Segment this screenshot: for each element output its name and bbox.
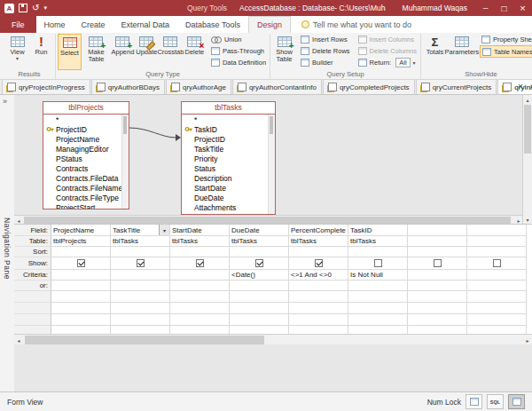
- delete-rows-button[interactable]: Delete Rows: [299, 45, 352, 57]
- grid-field-cell-0[interactable]: ProjectName: [51, 225, 111, 236]
- grid-empty-cell[interactable]: [289, 314, 348, 326]
- sql-view-button[interactable]: [487, 394, 504, 409]
- access-logo-icon[interactable]: [4, 4, 14, 13]
- grid-criteria-cell-4[interactable]: <>1 And <>0: [289, 270, 348, 281]
- document-tab-qryAuthorAge[interactable]: qryAuthorAge: [166, 80, 231, 94]
- union-button[interactable]: Union: [209, 34, 268, 45]
- field-item-Status[interactable]: Status: [182, 163, 269, 173]
- grid-or-cell-6[interactable]: [408, 281, 467, 291]
- field-item-StartDate[interactable]: StartDate: [182, 183, 269, 193]
- close-object-button[interactable]: [515, 82, 526, 91]
- tab-external-data[interactable]: External Data: [113, 16, 178, 33]
- scrollbar-thumb[interactable]: [25, 336, 264, 344]
- grid-show-cell-0[interactable]: [51, 257, 111, 270]
- field-item-star[interactable]: *: [182, 115, 269, 124]
- grid-or-cell-5[interactable]: [348, 281, 408, 291]
- grid-criteria-cell-2[interactable]: [170, 270, 230, 281]
- grid-sort-cell-3[interactable]: [230, 247, 289, 257]
- grid-empty-cell[interactable]: [348, 303, 408, 314]
- qat-dropdown-icon[interactable]: [43, 4, 47, 12]
- grid-field-cell-1[interactable]: TaskTitle: [111, 225, 170, 236]
- grid-table-cell-0[interactable]: tblProjects: [51, 236, 111, 247]
- grid-empty-cell[interactable]: [111, 314, 170, 326]
- grid-or-cell-4[interactable]: [289, 281, 348, 291]
- grid-or-cell-7[interactable]: [467, 281, 527, 291]
- grid-show-cell-6[interactable]: [408, 257, 467, 270]
- append-button[interactable]: Append: [111, 34, 135, 70]
- grid-table-cell-7[interactable]: [467, 236, 527, 247]
- grid-show-cell-2[interactable]: [170, 257, 230, 270]
- document-tab-qryAuthorContantInfo[interactable]: qryAuthorContantInfo: [232, 80, 322, 94]
- grid-sort-cell-6[interactable]: [408, 247, 467, 257]
- grid-table-cell-4[interactable]: tblTasks: [289, 236, 348, 247]
- grid-field-cell-3[interactable]: DueDate: [230, 225, 289, 236]
- crosstab-button[interactable]: Crosstab: [159, 34, 183, 70]
- field-item-Contracts[interactable]: Contracts: [43, 163, 122, 173]
- grid-field-cell-2[interactable]: StartDate: [170, 225, 230, 236]
- table-names-button[interactable]: Table Names: [480, 45, 532, 58]
- signed-in-user[interactable]: Muhammad Waqas: [403, 4, 467, 12]
- grid-or-cell-2[interactable]: [170, 281, 230, 291]
- table-box-tblTasks[interactable]: tblTasks *TaskIDProjectIDTaskTitlePriori…: [181, 101, 276, 215]
- grid-field-cell-4[interactable]: PercentComplete: [289, 225, 348, 236]
- insert-rows-button[interactable]: Insert Rows: [299, 34, 352, 45]
- table-box-title[interactable]: tblTasks: [182, 102, 275, 115]
- field-item-Contracts.FileName[interactable]: Contracts.FileName: [43, 183, 122, 193]
- grid-empty-cell[interactable]: [408, 314, 467, 326]
- grid-empty-cell[interactable]: [408, 303, 467, 314]
- grid-empty-cell[interactable]: [348, 314, 408, 326]
- grid-criteria-cell-3[interactable]: <Date(): [230, 270, 289, 281]
- grid-empty-cell[interactable]: [348, 291, 408, 303]
- view-button[interactable]: View: [5, 34, 29, 70]
- grid-table-cell-3[interactable]: tblTasks: [230, 236, 289, 247]
- grid-table-cell-5[interactable]: tblTasks: [348, 236, 408, 247]
- return-dropdown[interactable]: Return: All: [356, 57, 419, 68]
- field-item-ProjectID[interactable]: ProjectID: [182, 134, 269, 144]
- field-item-ProjectID[interactable]: ProjectID: [43, 124, 122, 134]
- grid-empty-cell[interactable]: [111, 303, 170, 314]
- scroll-right-icon[interactable]: [523, 336, 532, 344]
- undo-icon[interactable]: [32, 4, 39, 12]
- grid-or-cell-3[interactable]: [230, 281, 289, 291]
- show-checkbox-2[interactable]: [196, 259, 204, 267]
- show-table-button[interactable]: Show Table: [272, 34, 296, 70]
- parameters-button[interactable]: Parameters: [447, 34, 477, 70]
- return-value[interactable]: All: [395, 58, 410, 67]
- datasheet-view-button[interactable]: [466, 394, 482, 409]
- tab-database-tools[interactable]: Database Tools: [177, 16, 248, 33]
- grid-show-cell-4[interactable]: [289, 257, 348, 270]
- grid-empty-cell[interactable]: [51, 291, 111, 303]
- expand-nav-pane-icon[interactable]: [3, 97, 7, 106]
- document-tab-qryCompletedProjects[interactable]: qryCompletedProjects: [323, 80, 415, 94]
- grid-sort-cell-0[interactable]: [51, 247, 111, 257]
- table-box-tblProjects[interactable]: tblProjects *ProjectIDProjectNameManagin…: [43, 101, 129, 209]
- scroll-up-icon[interactable]: [523, 95, 532, 104]
- minimize-button[interactable]: [476, 0, 495, 16]
- grid-empty-cell[interactable]: [289, 291, 348, 303]
- totals-button[interactable]: Totals: [423, 34, 447, 70]
- tell-me-box[interactable]: Tell me what you want to do: [301, 16, 411, 33]
- field-item-TaskTitle[interactable]: TaskTitle: [182, 144, 269, 154]
- grid-or-cell-1[interactable]: [111, 281, 170, 291]
- grid-show-cell-3[interactable]: [230, 257, 289, 270]
- show-checkbox-0[interactable]: [77, 259, 85, 267]
- grid-empty-cell[interactable]: [170, 314, 230, 326]
- grid-show-cell-5[interactable]: [348, 257, 408, 270]
- field-item-Contracts.FileType[interactable]: Contracts.FileType: [43, 193, 122, 202]
- grid-table-cell-1[interactable]: tblTasks: [111, 236, 170, 247]
- grid-empty-cell[interactable]: [467, 314, 527, 326]
- field-item-Priority[interactable]: Priority: [182, 154, 269, 163]
- scrollbar-thumb[interactable]: [270, 116, 273, 134]
- show-checkbox-4[interactable]: [315, 259, 323, 267]
- scrollbar-thumb[interactable]: [24, 217, 511, 224]
- tab-create[interactable]: Create: [74, 16, 113, 33]
- table-box-scrollbar[interactable]: [121, 115, 129, 209]
- table-box-scrollbar[interactable]: [268, 115, 275, 214]
- field-item-ProjectName[interactable]: ProjectName: [43, 134, 122, 144]
- navigation-pane-collapsed[interactable]: Navigation Pane: [0, 95, 15, 391]
- field-item-DueDate[interactable]: DueDate: [182, 193, 269, 202]
- grid-empty-cell[interactable]: [51, 303, 111, 314]
- field-item-Description[interactable]: Description: [182, 173, 269, 183]
- grid-empty-cell[interactable]: [230, 314, 289, 326]
- grid-field-cell-7[interactable]: [467, 225, 527, 236]
